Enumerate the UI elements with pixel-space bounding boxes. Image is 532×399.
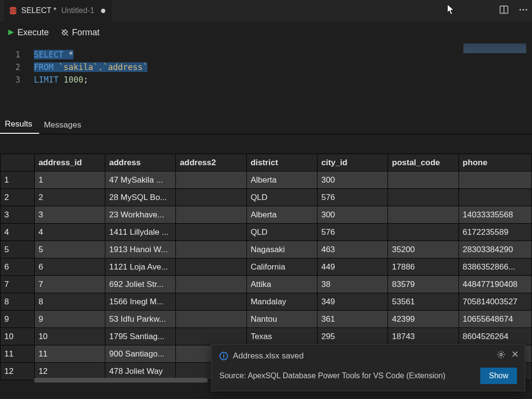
cell-address_id[interactable]: 10	[34, 328, 105, 345]
cell-district[interactable]: Nantou	[246, 311, 317, 328]
cell-phone[interactable]: 8604526264	[459, 328, 532, 345]
cell-postal_code[interactable]: 53561	[388, 293, 459, 311]
rownum-cell[interactable]: 12	[0, 363, 35, 380]
cell-city_id[interactable]: 295	[317, 328, 388, 345]
table-row[interactable]: 881566 Inegl M...Mandalay349535617058140…	[0, 293, 532, 311]
split-editor-icon[interactable]	[499, 5, 509, 16]
cell-address_id[interactable]: 4	[34, 224, 105, 241]
cell-district[interactable]: Attika	[246, 276, 317, 293]
cell-address2[interactable]	[176, 241, 246, 258]
col-address2[interactable]: address2	[176, 154, 246, 171]
rownum-cell[interactable]: 6	[0, 258, 35, 276]
cell-address[interactable]: 1121 Loja Ave...	[105, 258, 175, 276]
cell-city_id[interactable]: 576	[317, 224, 388, 241]
cell-postal_code[interactable]	[388, 171, 459, 189]
cell-address[interactable]: 1795 Santiag...	[105, 328, 175, 345]
code-area[interactable]: SELECT * FROM `sakila`.`address` LIMIT 1…	[29, 43, 147, 116]
cell-postal_code[interactable]	[388, 206, 459, 224]
cell-district[interactable]: Nagasaki	[246, 241, 317, 258]
rownum-header[interactable]	[0, 154, 35, 171]
col-district[interactable]: district	[246, 154, 317, 171]
cell-phone[interactable]: 705814003527	[459, 293, 532, 311]
table-row[interactable]: 661121 Loja Ave...California449178868386…	[0, 258, 532, 276]
cell-address2[interactable]	[176, 276, 246, 293]
cell-address[interactable]: 900 Santiago...	[105, 345, 175, 363]
cell-address2[interactable]	[176, 293, 246, 311]
cell-city_id[interactable]: 300	[317, 206, 388, 224]
cell-postal_code[interactable]: 17886	[388, 258, 459, 276]
cell-phone[interactable]: 10655648674	[459, 311, 532, 328]
cell-phone[interactable]: 6172235589	[459, 224, 532, 241]
cell-phone[interactable]	[459, 171, 532, 189]
cell-address2[interactable]	[176, 328, 246, 345]
horizontal-scrollbar[interactable]	[34, 378, 208, 383]
cell-address[interactable]: 53 Idfu Parkw...	[105, 311, 175, 328]
table-row[interactable]: 1147 MySakila ...Alberta300	[0, 171, 532, 189]
table-row[interactable]: 10101795 Santiag...Texas2951874386045262…	[0, 328, 532, 345]
cell-phone[interactable]: 14033335568	[459, 206, 532, 224]
table-row[interactable]: 441411 Lillydale ...QLD5766172235589	[0, 224, 532, 241]
col-address[interactable]: address	[105, 154, 175, 171]
more-actions-icon[interactable]	[518, 5, 528, 16]
cell-postal_code[interactable]: 83579	[388, 276, 459, 293]
cell-address2[interactable]	[176, 258, 246, 276]
rownum-cell[interactable]: 3	[0, 206, 35, 224]
cell-address[interactable]: 47 MySakila ...	[105, 171, 175, 189]
rownum-cell[interactable]: 8	[0, 293, 35, 311]
cell-postal_code[interactable]	[388, 189, 459, 206]
table-row[interactable]: 77692 Joliet Str...Attika388357944847719…	[0, 276, 532, 293]
cell-address[interactable]: 1411 Lillydale ...	[105, 224, 175, 241]
cell-phone[interactable]	[459, 189, 532, 206]
cell-district[interactable]: Mandalay	[246, 293, 317, 311]
cell-phone[interactable]: 8386352866...	[459, 258, 532, 276]
cell-postal_code[interactable]: 42399	[388, 311, 459, 328]
col-address_id[interactable]: address_id	[34, 154, 105, 171]
editor-tab[interactable]: SELECT * Untitled-1	[4, 0, 112, 21]
tab-messages[interactable]: Messages	[39, 116, 88, 134]
cell-address_id[interactable]: 1	[34, 171, 105, 189]
cell-address[interactable]: 28 MySQL Bo...	[105, 189, 175, 206]
close-icon[interactable]	[511, 350, 519, 361]
minimap[interactable]	[463, 43, 526, 53]
sql-editor[interactable]: 1 2 3 SELECT * FROM `sakila`.`address` L…	[0, 43, 532, 116]
rownum-cell[interactable]: 1	[0, 171, 35, 189]
cell-address2[interactable]	[176, 311, 246, 328]
rownum-cell[interactable]: 10	[0, 328, 35, 345]
cell-city_id[interactable]: 300	[317, 171, 388, 189]
cell-city_id[interactable]: 38	[317, 276, 388, 293]
cell-address_id[interactable]: 8	[34, 293, 105, 311]
rownum-cell[interactable]: 2	[0, 189, 35, 206]
cell-address_id[interactable]: 6	[34, 258, 105, 276]
rownum-cell[interactable]: 7	[0, 276, 35, 293]
cell-district[interactable]: Alberta	[246, 206, 317, 224]
toast-show-button[interactable]: Show	[480, 368, 517, 384]
rownum-cell[interactable]: 9	[0, 311, 35, 328]
cell-city_id[interactable]: 463	[317, 241, 388, 258]
gear-icon[interactable]	[497, 350, 505, 361]
table-row[interactable]: 551913 Hanoi W...Nagasaki463352002830338…	[0, 241, 532, 258]
format-button[interactable]: Format	[60, 28, 100, 38]
execute-button[interactable]: Execute	[8, 28, 49, 38]
cell-address_id[interactable]: 11	[34, 345, 105, 363]
cell-address2[interactable]	[176, 206, 246, 224]
cell-city_id[interactable]: 576	[317, 189, 388, 206]
table-row[interactable]: 3323 Workhave...Alberta30014033335568	[0, 206, 532, 224]
cell-address2[interactable]	[176, 224, 246, 241]
cell-city_id[interactable]: 361	[317, 311, 388, 328]
rownum-cell[interactable]: 4	[0, 224, 35, 241]
cell-postal_code[interactable]: 18743	[388, 328, 459, 345]
cell-address[interactable]: 1566 Inegl M...	[105, 293, 175, 311]
cell-address_id[interactable]: 2	[34, 189, 105, 206]
cell-address2[interactable]	[176, 189, 246, 206]
cell-postal_code[interactable]: 35200	[388, 241, 459, 258]
cell-district[interactable]: QLD	[246, 224, 317, 241]
table-row[interactable]: 2228 MySQL Bo...QLD576	[0, 189, 532, 206]
cell-district[interactable]: California	[246, 258, 317, 276]
col-city_id[interactable]: city_id	[317, 154, 388, 171]
cell-address2[interactable]	[176, 171, 246, 189]
rownum-cell[interactable]: 5	[0, 241, 35, 258]
col-postal_code[interactable]: postal_code	[388, 154, 459, 171]
cell-address_id[interactable]: 7	[34, 276, 105, 293]
cell-district[interactable]: QLD	[246, 189, 317, 206]
cell-address_id[interactable]: 3	[34, 206, 105, 224]
